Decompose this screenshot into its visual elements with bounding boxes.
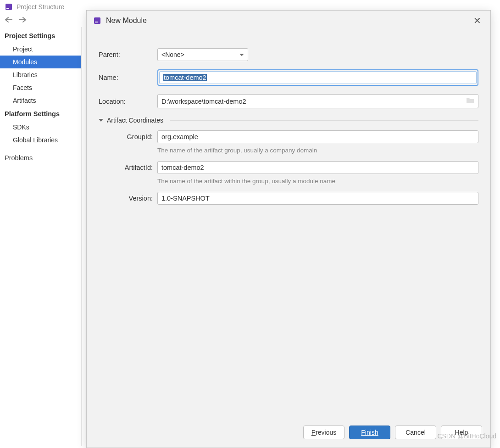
sidebar: Project Settings Project Modules Librari… [0, 27, 82, 446]
version-input[interactable] [157, 192, 478, 205]
sidebar-item-project[interactable]: Project [0, 43, 81, 56]
intellij-icon [93, 17, 101, 25]
new-module-dialog: New Module ✕ Parent: <None> Name: tomcat… [86, 10, 491, 448]
intellij-icon [5, 3, 13, 11]
help-button[interactable]: Help [441, 426, 482, 439]
version-label: Version: [99, 195, 157, 202]
divider [170, 120, 478, 121]
artifact-coordinates-toggle[interactable]: Artifact Coordinates [99, 117, 478, 124]
artifactid-label: ArtifactId: [99, 164, 157, 171]
sidebar-item-modules[interactable]: Modules [0, 56, 81, 68]
groupid-label: GroupId: [99, 133, 157, 140]
dialog-title-bar: New Module ✕ [87, 11, 490, 30]
svg-rect-2 [94, 17, 100, 24]
window-title: Project Structure [17, 3, 64, 11]
svg-rect-3 [95, 22, 98, 22]
sidebar-item-facets[interactable]: Facets [0, 81, 81, 94]
sidebar-item-global-libraries[interactable]: Global Libraries [0, 134, 81, 146]
dialog-body: Parent: <None> Name: tomcat-demo2 Locati… [87, 30, 490, 426]
sidebar-heading-project: Project Settings [0, 29, 81, 43]
parent-value: <None> [161, 51, 184, 58]
name-input[interactable]: tomcat-demo2 [159, 71, 477, 84]
location-value: D:\workspace\tomcat-demo2 [161, 98, 466, 105]
location-input[interactable]: D:\workspace\tomcat-demo2 [157, 94, 478, 108]
nav-back-button[interactable] [5, 17, 13, 24]
svg-rect-1 [6, 8, 9, 9]
parent-label: Parent: [99, 51, 157, 58]
sidebar-item-artifacts[interactable]: Artifacts [0, 94, 81, 107]
finish-button[interactable]: Finish [349, 426, 390, 439]
dialog-footer: Previous Finish Cancel Help [87, 426, 490, 448]
previous-button[interactable]: Previous [303, 426, 344, 439]
sidebar-item-libraries[interactable]: Libraries [0, 68, 81, 81]
chevron-down-icon [99, 119, 103, 122]
sidebar-item-problems[interactable]: Problems [0, 151, 81, 165]
groupid-hint: The name of the artifact group, usually … [99, 147, 478, 154]
cancel-button[interactable]: Cancel [395, 426, 436, 439]
sidebar-heading-platform: Platform Settings [0, 107, 81, 121]
folder-browse-icon[interactable] [466, 97, 474, 106]
name-label: Name: [99, 74, 157, 81]
artifact-coordinates-label: Artifact Coordinates [107, 117, 163, 124]
location-label: Location: [99, 98, 157, 105]
sidebar-item-sdks[interactable]: SDKs [0, 121, 81, 134]
svg-rect-0 [6, 4, 12, 10]
close-button[interactable]: ✕ [471, 15, 484, 26]
groupid-input[interactable] [157, 130, 478, 143]
artifactid-hint: The name of the artifact within the grou… [99, 178, 478, 185]
chevron-down-icon [239, 54, 244, 56]
artifactid-input[interactable] [157, 161, 478, 174]
dialog-title: New Module [106, 17, 147, 25]
partial-editor-peek [491, 0, 500, 448]
parent-dropdown[interactable]: <None> [157, 48, 248, 61]
nav-forward-button[interactable] [18, 17, 27, 24]
